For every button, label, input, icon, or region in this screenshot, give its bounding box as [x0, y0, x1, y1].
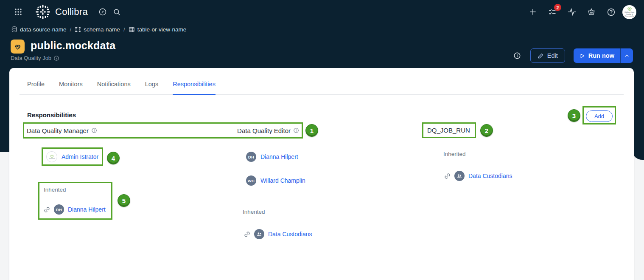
breadcrumb-schema[interactable]: schema-name	[75, 26, 120, 33]
user-avatar[interactable]: Collibra Data Quality & Observability	[622, 5, 636, 19]
tab-responsibilities[interactable]: Responsibilities	[173, 81, 216, 95]
inheritance-link-icon	[243, 229, 252, 238]
annotation-box-4: Admin Istrator	[42, 147, 103, 166]
edit-button[interactable]: Edit	[530, 48, 565, 63]
annotation-box-1: Data Quality Manager Data Quality Editor	[23, 122, 303, 139]
annotation-badge-5: 5	[118, 194, 130, 207]
schema-icon	[75, 26, 81, 33]
inherited-label: Inherited	[44, 187, 66, 193]
member-row: Data Custodians	[244, 229, 312, 240]
role-header-manager: Data Quality Manager	[27, 127, 97, 134]
breadcrumb: data-source-name / schema-name / table-o…	[11, 26, 186, 33]
member-row: DH Dianna Hilpert	[246, 151, 298, 162]
avatar-initials: DH	[54, 204, 64, 215]
info-icon[interactable]	[293, 127, 299, 133]
content-card: Profile Monitors Notifications Logs Resp…	[9, 68, 634, 280]
pencil-icon	[538, 53, 544, 59]
tasks-icon[interactable]: 2	[545, 5, 560, 19]
tab-bar: Profile Monitors Notifications Logs Resp…	[20, 81, 624, 95]
heart-pulse-icon	[14, 43, 22, 50]
group-link-data-custodians[interactable]: Data Custodians	[468, 173, 512, 179]
user-avatar	[46, 151, 57, 162]
page-title: public.mockdata	[31, 40, 115, 52]
user-link-willard-champlin[interactable]: Willard Champlin	[260, 177, 305, 184]
collibra-logo-mark	[35, 4, 51, 20]
role-label: Data Quality Editor	[237, 127, 291, 134]
inheritance-link-icon	[42, 205, 51, 214]
breadcrumb-table[interactable]: table-or-view-name	[129, 26, 187, 33]
heart-pulse-icon	[627, 6, 633, 11]
topbar-right: 2	[526, 5, 636, 19]
role-header-editor: Data Quality Editor	[237, 127, 299, 134]
breadcrumb-label: schema-name	[84, 26, 120, 33]
member-row: Data Custodians	[444, 170, 512, 181]
heart-pulse-icon	[50, 154, 54, 158]
annotation-box-5: Inherited DH Dianna Hilpert	[38, 182, 112, 220]
tab-monitors[interactable]: Monitors	[59, 81, 83, 95]
annotation-box-2: DQ_JOB_RUN	[422, 122, 476, 138]
group-avatar	[454, 171, 465, 181]
help-icon[interactable]	[604, 5, 618, 19]
run-now-split-button: Run now	[574, 48, 633, 63]
inheritance-link-icon	[443, 171, 452, 180]
info-icon[interactable]	[512, 51, 522, 60]
avatar-caption: Collibra Data Quality & Observability	[624, 11, 636, 17]
data-quality-job-icon	[11, 40, 25, 54]
member-row: DH Dianna Hilpert	[44, 204, 106, 215]
inherited-label: Inherited	[243, 209, 265, 215]
user-link-admin-istrator[interactable]: Admin Istrator	[62, 153, 98, 160]
basket-icon[interactable]	[584, 5, 599, 19]
asset-type-label: Data Quality Job	[11, 55, 51, 61]
annotation-badge-4: 4	[107, 152, 120, 164]
page: Collibra	[0, 0, 644, 280]
avatar-initials: WC	[246, 175, 256, 186]
brand-name: Collibra	[55, 6, 88, 17]
breadcrumb-label: table-or-view-name	[137, 26, 187, 33]
people-icon	[256, 231, 262, 237]
user-link-dianna-hilpert[interactable]: Dianna Hilpert	[68, 206, 106, 213]
collibra-logo[interactable]: Collibra	[35, 4, 88, 20]
edit-button-label: Edit	[547, 52, 558, 59]
member-row: WC Willard Champlin	[246, 175, 305, 186]
annotation-badge-2: 2	[480, 124, 493, 137]
tab-logs[interactable]: Logs	[145, 81, 158, 95]
breadcrumb-separator: /	[123, 26, 125, 33]
run-options-toggle[interactable]	[620, 48, 633, 63]
info-icon[interactable]	[91, 127, 97, 133]
search-icon[interactable]	[110, 5, 124, 19]
avatar-caption-line	[49, 158, 55, 159]
inherited-label: Inherited	[443, 151, 466, 157]
breadcrumb-separator: /	[70, 26, 72, 33]
member-row: Admin Istrator	[43, 149, 102, 164]
play-icon	[580, 53, 585, 59]
avatar-initials: DH	[246, 152, 256, 162]
compass-icon[interactable]	[95, 5, 110, 19]
activity-pulse-icon[interactable]	[565, 5, 579, 19]
app-grid-icon[interactable]	[11, 5, 25, 19]
table-icon	[129, 26, 135, 33]
run-now-label: Run now	[588, 52, 614, 59]
asset-type: Data Quality Job	[11, 55, 59, 61]
group-avatar	[254, 229, 264, 239]
role-headers-row: Data Quality Manager Data Quality Editor	[24, 124, 302, 137]
annotation-box-3: Add	[582, 106, 616, 124]
group-link-data-custodians[interactable]: Data Custodians	[268, 231, 312, 238]
info-icon[interactable]	[53, 55, 59, 61]
annotation-badge-1: 1	[305, 124, 318, 137]
breadcrumb-label: data-source-name	[20, 26, 67, 33]
top-navigation-bar: Collibra	[0, 0, 644, 24]
breadcrumb-data-source[interactable]: data-source-name	[11, 26, 67, 33]
create-plus-icon[interactable]	[526, 5, 540, 19]
database-icon	[11, 26, 17, 33]
header-background-curve	[633, 152, 644, 160]
tab-profile[interactable]: Profile	[27, 81, 45, 95]
header-actions: Edit Run now	[512, 48, 633, 63]
run-now-button[interactable]: Run now	[574, 48, 620, 63]
topbar-left: Collibra	[11, 4, 124, 20]
role-label: Data Quality Manager	[27, 127, 89, 134]
chevron-up-icon	[624, 53, 630, 59]
tab-notifications[interactable]: Notifications	[97, 81, 131, 95]
add-button[interactable]: Add	[586, 110, 613, 122]
user-link-dianna-hilpert[interactable]: Dianna Hilpert	[260, 153, 298, 160]
section-heading: Responsibilities	[27, 111, 76, 119]
